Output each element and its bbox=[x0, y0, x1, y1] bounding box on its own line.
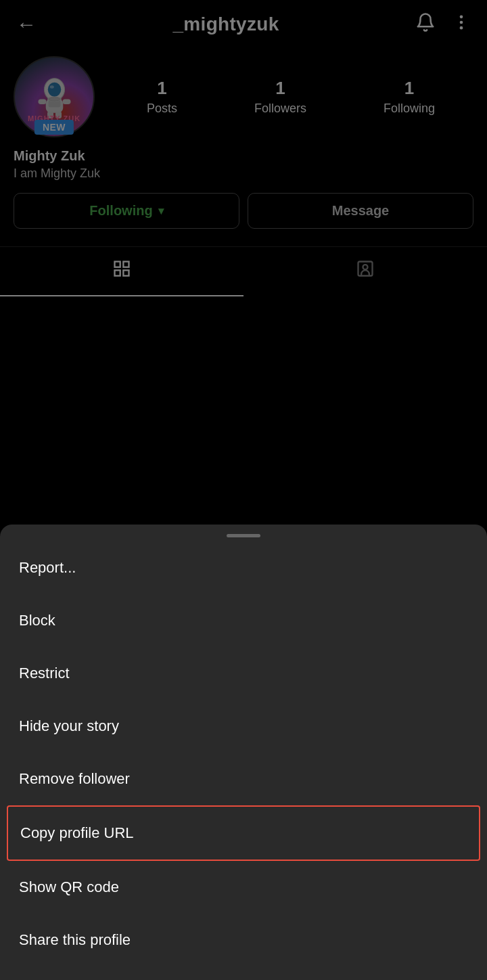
sheet-item-share-profile[interactable]: Share this profile bbox=[0, 914, 487, 966]
handle-bar bbox=[227, 534, 260, 537]
bottom-sheet: Report... Block Restrict Hide your story… bbox=[0, 525, 487, 980]
sheet-item-remove-follower[interactable]: Remove follower bbox=[0, 753, 487, 805]
sheet-item-report[interactable]: Report... bbox=[0, 541, 487, 594]
sheet-handle bbox=[0, 525, 487, 541]
sheet-item-show-qr[interactable]: Show QR code bbox=[0, 861, 487, 914]
sheet-item-copy-profile-url[interactable]: Copy profile URL bbox=[7, 805, 480, 861]
sheet-item-block[interactable]: Block bbox=[0, 594, 487, 647]
sheet-item-hide-story[interactable]: Hide your story bbox=[0, 700, 487, 753]
sheet-item-restrict[interactable]: Restrict bbox=[0, 647, 487, 700]
